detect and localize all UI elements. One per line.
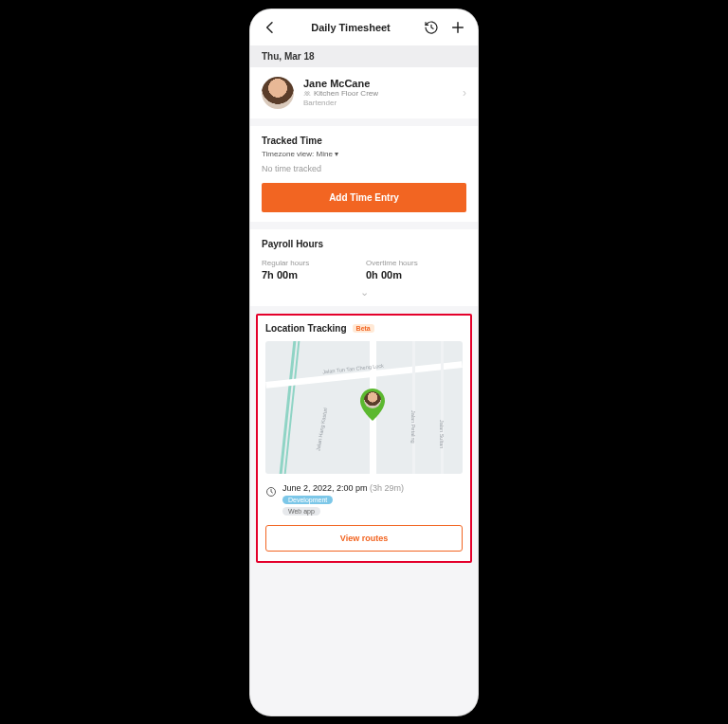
view-routes-button[interactable]: View routes (265, 525, 463, 552)
add-time-entry-button[interactable]: Add Time Entry (262, 183, 466, 212)
street-label-2: Jalan Hang Kasturi (315, 407, 328, 451)
beta-badge: Beta (353, 324, 374, 333)
page-title: Daily Timesheet (311, 22, 391, 33)
employee-row[interactable]: Jane McCane Kitchen Floor Crew Bartender… (250, 67, 478, 118)
location-tracking-card: Location Tracking Beta Jalan Tun Tan Che… (256, 314, 472, 563)
overtime-hours-label: Overtime hours (366, 259, 466, 267)
task-chip: Web app (282, 507, 320, 516)
street-label-3: Jalan Sultan (439, 420, 445, 448)
timezone-selector[interactable]: Timezone view: Mine ▾ (262, 150, 466, 158)
svg-point-0 (305, 91, 307, 93)
street-label-4: Jalan Petaling (410, 410, 416, 443)
map-preview[interactable]: Jalan Tun Tan Cheng Lock Jalan Hang Kast… (265, 341, 463, 474)
location-tracking-title: Location Tracking (265, 323, 347, 334)
tracked-time-title: Tracked Time (262, 136, 466, 146)
employee-role: Bartender (303, 99, 453, 107)
chevron-down-icon[interactable]: ⌄ (250, 286, 478, 306)
chevron-right-icon: › (463, 86, 466, 100)
map-pin[interactable] (360, 389, 385, 421)
employee-crew: Kitchen Floor Crew (314, 89, 378, 98)
phone-frame: Daily Timesheet Thu, Mar 18 Jane McCane … (250, 9, 478, 715)
pin-avatar (364, 391, 381, 408)
top-bar: Daily Timesheet (250, 9, 478, 45)
crew-icon (303, 90, 311, 98)
date-header: Thu, Mar 18 (250, 45, 478, 67)
no-time-text: No time tracked (262, 164, 466, 173)
svg-point-1 (307, 91, 309, 93)
history-icon[interactable] (423, 19, 440, 36)
location-duration: (3h 29m) (370, 483, 404, 493)
plus-icon[interactable] (449, 19, 466, 36)
project-chip: Development (282, 496, 333, 504)
payroll-title: Payroll Hours (262, 239, 466, 249)
location-timestamp: June 2, 2022, 2:00 pm (282, 483, 368, 493)
overtime-hours-value: 0h 00m (366, 269, 466, 281)
clock-icon (265, 484, 277, 501)
avatar (262, 77, 294, 109)
employee-name: Jane McCane (303, 78, 453, 89)
regular-hours-label: Regular hours (262, 259, 362, 267)
regular-hours-value: 7h 00m (262, 269, 362, 281)
back-icon[interactable] (262, 19, 279, 36)
